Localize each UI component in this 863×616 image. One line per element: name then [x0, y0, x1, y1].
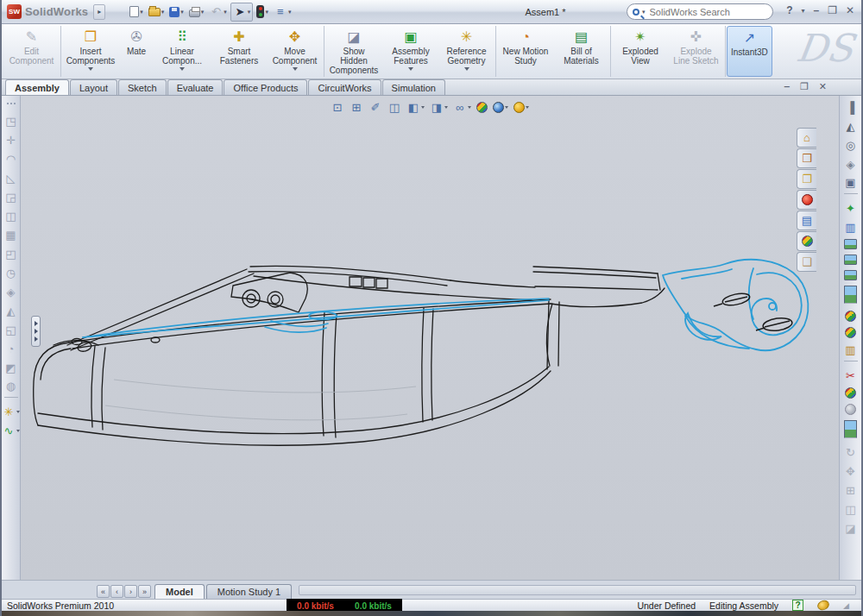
ribbon-button[interactable]: ✚ Smart Fasteners	[211, 26, 268, 77]
violin-assembly-drawing[interactable]	[21, 96, 839, 580]
right-toolbar-button[interactable]: ✥	[844, 464, 858, 478]
left-toolbar-button[interactable]: ✛	[4, 133, 18, 147]
dropdown-arrow-icon[interactable]: ▾	[180, 9, 184, 16]
left-toolbar-button[interactable]: ◈	[4, 285, 18, 299]
ribbon-button[interactable]: ◪ Show Hidden Components	[325, 26, 382, 77]
search-input[interactable]	[648, 6, 767, 18]
left-toolbar-button[interactable]: ◰	[4, 247, 18, 261]
right-toolbar-button[interactable]: ▥	[844, 343, 858, 363]
right-toolbar-button[interactable]: ◈	[844, 157, 858, 171]
next-frame-button[interactable]: ›	[124, 585, 137, 598]
right-toolbar-button[interactable]: ▣	[844, 176, 858, 196]
dropdown-arrow-icon[interactable]	[408, 67, 413, 71]
quick-access-button[interactable]: ▾	[167, 5, 186, 19]
left-toolbar-button[interactable]: ◍	[4, 380, 18, 399]
doc-minimize-button[interactable]: ‒	[784, 81, 790, 92]
task-pane-tab[interactable]	[797, 190, 816, 210]
left-toolbar-button[interactable]: ◠	[4, 152, 18, 166]
task-pane-tab[interactable]: ❑	[797, 252, 816, 272]
doc-close-button[interactable]: ✕	[819, 81, 827, 92]
dropdown-arrow-icon[interactable]	[464, 67, 469, 71]
right-toolbar-button[interactable]: ↻	[844, 445, 858, 459]
quick-access-button[interactable]: ▾	[255, 3, 270, 20]
left-toolbar-button[interactable]: ◔	[4, 342, 18, 355]
last-frame-button[interactable]: »	[138, 585, 151, 598]
ribbon-button[interactable]: ✇ Mate	[119, 26, 154, 77]
task-pane-tab[interactable]: ❒	[797, 148, 816, 168]
ribbon-button[interactable]: ✳ Reference Geometry	[439, 26, 496, 77]
dropdown-arrow-icon[interactable]	[88, 67, 93, 71]
dropdown-arrow-icon[interactable]: ▾	[140, 9, 143, 16]
left-toolbar-button[interactable]: ◩	[4, 361, 18, 374]
command-tab[interactable]: CircuitWorks	[308, 79, 381, 95]
ribbon-button[interactable]: ✜ Explode Line Sketch	[669, 26, 726, 77]
help-dropdown-arrow-icon[interactable]: ▾	[801, 7, 804, 15]
right-toolbar-button[interactable]	[844, 255, 857, 265]
dropdown-arrow-icon[interactable]: ▾	[265, 9, 268, 16]
command-tab[interactable]: Layout	[70, 79, 117, 95]
dropdown-arrow-icon[interactable]	[16, 411, 20, 413]
search-box[interactable]: ▾	[627, 3, 773, 20]
left-toolbar-button[interactable]: ◺	[4, 171, 18, 185]
previous-frame-button[interactable]: ‹	[110, 585, 123, 598]
right-toolbar-button[interactable]	[844, 420, 857, 440]
left-toolbar-button[interactable]: ◷	[4, 266, 18, 280]
quick-access-button[interactable]: ≡ ▾	[272, 3, 293, 21]
task-pane-tab[interactable]: ⌂	[797, 128, 816, 148]
quick-access-button[interactable]: ▾	[147, 6, 167, 18]
ribbon-button[interactable]: ◔ New Motion Study	[497, 26, 554, 77]
horizontal-scrollbar[interactable]	[299, 585, 856, 595]
right-toolbar-button[interactable]: ◪	[844, 521, 858, 535]
right-toolbar-button[interactable]	[845, 387, 856, 399]
task-pane-tab[interactable]: ▤	[797, 211, 816, 230]
quick-tips-help-icon[interactable]: ?	[792, 600, 803, 611]
ribbon-button[interactable]: ↗ Instant3D	[727, 26, 772, 77]
close-button[interactable]: ✕	[846, 4, 854, 16]
task-pane-tab[interactable]: ❐	[797, 169, 816, 189]
ribbon-button[interactable]: ▣ Assembly Features	[382, 26, 439, 77]
resize-grip-icon[interactable]: ◢	[843, 601, 849, 610]
dropdown-arrow-icon[interactable]: ▾	[224, 9, 227, 16]
left-toolbar-button[interactable]: ◳	[4, 114, 18, 128]
right-toolbar-button[interactable]: ▥	[844, 220, 858, 234]
help-button[interactable]: ?	[786, 4, 792, 16]
right-toolbar-button[interactable]: ◎	[844, 138, 858, 152]
command-tab[interactable]: Evaluate	[167, 79, 224, 95]
search-dropdown-arrow-icon[interactable]: ▾	[642, 9, 646, 16]
quick-access-button[interactable]: ▾	[128, 4, 145, 19]
maximize-button[interactable]: ❐	[828, 4, 837, 16]
ribbon-button[interactable]: ▤ Bill of Materials	[554, 26, 611, 77]
left-toolbar-button[interactable]: ✳	[2, 405, 20, 418]
dropdown-arrow-icon[interactable]	[180, 67, 185, 71]
right-toolbar-button[interactable]	[845, 311, 856, 322]
dropdown-arrow-icon[interactable]	[16, 430, 20, 432]
dropdown-arrow-icon[interactable]: ▾	[288, 9, 292, 16]
right-toolbar-button[interactable]: ▐	[844, 100, 858, 114]
command-tab[interactable]: Assembly	[5, 79, 69, 95]
ribbon-button[interactable]: ✴ Exploded View	[612, 26, 669, 77]
right-toolbar-button[interactable]	[845, 327, 856, 338]
dropdown-arrow-icon[interactable]: ▾	[161, 9, 165, 16]
right-toolbar-button[interactable]	[844, 239, 857, 249]
command-tab[interactable]: Sketch	[118, 79, 167, 95]
right-toolbar-button[interactable]: ◭	[844, 119, 858, 133]
left-toolbar-button[interactable]: ∿	[2, 424, 20, 437]
ribbon-button[interactable]: ✥ Move Component	[268, 26, 324, 77]
left-toolbar-button[interactable]: ◫	[4, 209, 18, 223]
dropdown-arrow-icon[interactable]: ▾	[248, 9, 251, 16]
right-toolbar-button[interactable]: ✦	[844, 201, 858, 215]
command-tab[interactable]: Simulation	[382, 79, 445, 95]
left-toolbar-button[interactable]: ◭	[4, 304, 18, 317]
dropdown-arrow-icon[interactable]	[293, 67, 298, 71]
right-toolbar-button[interactable]: ✂	[844, 368, 858, 382]
quick-access-button[interactable]: ▾	[187, 4, 206, 19]
quick-access-button[interactable]: ↶ ▾	[207, 3, 229, 21]
document-view-tab[interactable]: Model	[154, 584, 205, 599]
dropdown-arrow-icon[interactable]: ▾	[201, 9, 205, 16]
menu-expand-arrow-icon[interactable]: ▸	[93, 4, 105, 20]
task-pane-tab[interactable]	[797, 231, 816, 251]
left-toolbar-button[interactable]: ◱	[4, 323, 18, 336]
minimize-button[interactable]: –	[813, 4, 819, 16]
right-toolbar-button[interactable]	[844, 270, 857, 280]
left-toolbar-button[interactable]: ◲	[4, 190, 18, 204]
